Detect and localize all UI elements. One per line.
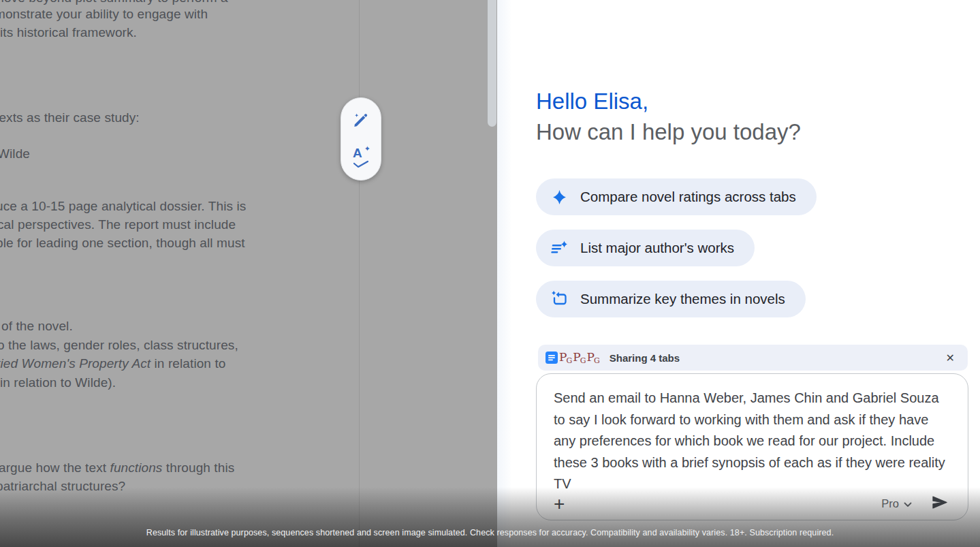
document-text-line: in relation to Wilde). — [0, 375, 116, 390]
document-text-line: of the novel. — [1, 319, 73, 334]
gemini-panel: Hello Elisa, How can I help you today? C… — [497, 0, 980, 547]
document-text-line: move beyond plot summary to perform a — [0, 0, 228, 5]
disclaimer-text: Results for illustrative purposes, seque… — [0, 528, 980, 537]
model-label: Pro — [881, 497, 899, 510]
chip-label: Compare novel ratings across tabs — [580, 189, 796, 205]
document-text-line: uce a 10-15 page analytical dossier. Thi… — [0, 199, 246, 214]
chip-list-author-works[interactable]: List major author's works — [536, 230, 755, 266]
document-text-line: argue how the text functions through thi… — [0, 460, 234, 475]
scrollbar-thumb[interactable] — [488, 0, 496, 127]
document-text-line: its historical framework. — [0, 25, 137, 40]
sparkle-glyph: ✦ — [364, 144, 370, 153]
project-gutenberg-favicon: PG — [559, 351, 572, 364]
document-text-line: texts as their case study: — [0, 110, 140, 125]
document-text-line: ble for leading one section, though all … — [0, 236, 245, 251]
close-icon[interactable]: ✕ — [943, 349, 958, 367]
greeting-name: Hello Elisa, — [536, 86, 801, 116]
document-text-line: patriarchal structures? — [0, 479, 125, 494]
recap-sparkle-icon — [550, 290, 569, 309]
document-text: argue how the text — [0, 460, 110, 475]
chip-label: Summarize key themes in novels — [580, 291, 785, 307]
document-edge-divider — [359, 0, 360, 547]
proofread-button[interactable]: A ✦ — [349, 145, 373, 168]
suggestion-chips: Compare novel ratings across tabs List m… — [536, 178, 817, 332]
sparkle-icon — [550, 188, 569, 206]
model-selector[interactable]: Pro — [881, 497, 912, 510]
prompt-actions: + Pro — [554, 493, 949, 514]
chevron-down-icon — [904, 498, 912, 510]
chip-summarize-themes[interactable]: Summarize key themes in novels — [536, 281, 806, 317]
pencil-sparkle-icon — [352, 111, 370, 131]
document-italic-text: ried Women's Property Act — [0, 356, 151, 371]
add-attachment-button[interactable]: + — [554, 495, 565, 514]
writing-tools-toolbar: A ✦ — [341, 97, 381, 181]
document-text-line: ried Women's Property Act in relation to — [0, 356, 225, 371]
document-text-line: Wilde — [0, 146, 30, 161]
chip-compare-novel-ratings[interactable]: Compare novel ratings across tabs — [536, 178, 817, 215]
proofread-letter: A — [353, 146, 362, 161]
help-me-write-button[interactable] — [349, 110, 373, 133]
document-text-line: monstrate your ability to engage with — [0, 7, 208, 22]
greeting-question: How can I help you today? — [536, 116, 801, 147]
prompt-text: Send an email to Hanna Weber, James Chin… — [537, 374, 968, 495]
document-text: in relation to — [151, 356, 225, 371]
document-text-line: o the laws, gender roles, class structur… — [0, 338, 238, 353]
plus-icon: + — [554, 493, 565, 514]
project-gutenberg-favicon: PG — [587, 351, 600, 364]
sharing-tabs-bar: PG PG PG Sharing 4 tabs ✕ — [538, 345, 968, 371]
document-text-line: cal perspectives. The report must includ… — [0, 217, 236, 232]
shared-tab-favicons: PG PG PG — [546, 351, 601, 364]
greeting: Hello Elisa, How can I help you today? — [536, 86, 801, 147]
document-text: through this — [162, 460, 234, 475]
chip-label: List major author's works — [580, 240, 734, 256]
proofread-icon: A ✦ — [352, 148, 370, 166]
dimmed-document-background: move beyond plot summary to perform a mo… — [0, 0, 497, 547]
prompt-input[interactable]: Send an email to Hanna Weber, James Chin… — [536, 373, 968, 520]
google-docs-favicon — [546, 351, 558, 364]
list-sparkle-icon — [550, 239, 569, 257]
send-icon — [930, 493, 949, 514]
sharing-tabs-label: Sharing 4 tabs — [610, 352, 680, 364]
send-button[interactable] — [930, 493, 949, 514]
document-italic-text: functions — [110, 460, 163, 475]
project-gutenberg-favicon: PG — [573, 351, 586, 364]
